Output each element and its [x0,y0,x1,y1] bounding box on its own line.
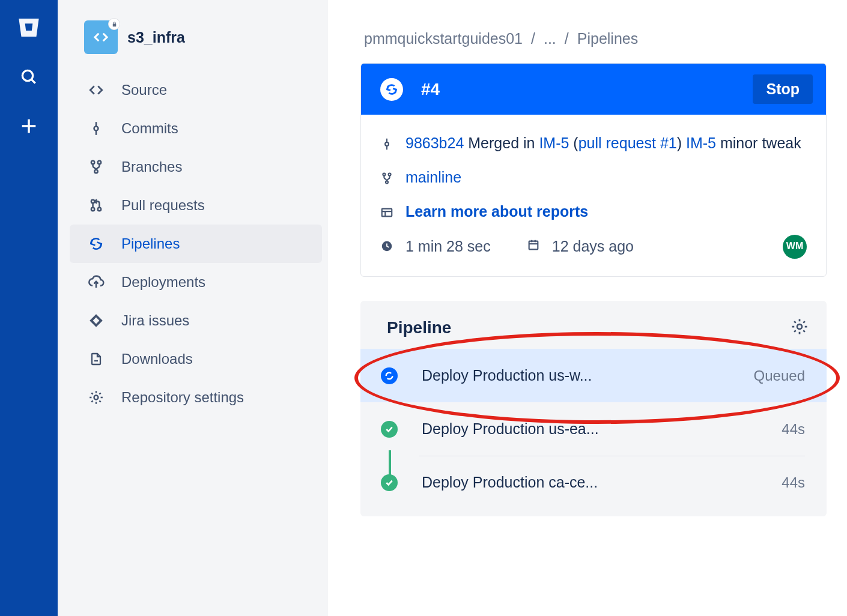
sidebar-item-commits[interactable]: Commits [70,109,322,148]
lock-icon [108,18,120,30]
age-text: 12 days ago [552,235,634,258]
pipeline-step[interactable]: Deploy Production ca-ce... 44s [360,456,827,509]
issue-link[interactable]: IM-5 [539,134,569,151]
branch-icon [380,168,396,192]
pipeline-step[interactable]: Deploy Production us-ea... 44s [360,402,827,456]
pipeline-step[interactable]: Deploy Production us-w... Queued [360,349,827,402]
step-meta: 44s [782,474,805,491]
svg-point-16 [94,396,99,400]
running-icon [380,78,403,101]
sidebar-item-jira[interactable]: Jira issues [70,301,322,340]
sidebar-item-label: Pipelines [121,235,180,252]
branch-icon [88,159,105,175]
step-label: Deploy Production ca-ce... [422,474,782,491]
step-meta: 44s [782,421,805,438]
sidebar-item-pull-requests[interactable]: Pull requests [70,186,322,225]
svg-rect-23 [382,208,392,216]
svg-point-31 [797,324,802,329]
repo-header[interactable]: s3_infra [70,20,322,71]
sidebar-item-label: Source [121,82,167,98]
sidebar-item-label: Commits [121,120,178,137]
svg-point-20 [383,173,385,175]
calendar-icon [527,235,542,258]
gear-icon[interactable] [791,318,809,338]
issue-link[interactable]: IM-5 [686,134,716,151]
code-icon [88,82,105,98]
step-meta: Queued [754,367,805,384]
svg-point-0 [22,70,32,80]
cloud-up-icon [88,274,105,291]
step-label: Deploy Production us-w... [422,367,754,384]
commit-icon [380,134,396,157]
svg-rect-27 [529,241,538,250]
sidebar-item-branches[interactable]: Branches [70,148,322,186]
branch-link[interactable]: mainline [405,166,461,189]
svg-point-22 [386,181,388,183]
svg-point-4 [94,127,99,131]
sidebar-item-label: Branches [121,159,182,175]
global-rail [0,0,58,616]
svg-point-8 [98,161,101,164]
repo-sidebar: s3_infra Source Commits Branches Pull re… [58,0,328,616]
running-icon [381,367,398,384]
duration-text: 1 min 28 sec [405,235,491,258]
gear-icon [88,389,105,406]
breadcrumb-sep: / [531,30,535,47]
steps-title: Pipeline [387,318,451,337]
repo-icon [84,20,118,54]
pipeline-number: #4 [421,80,440,99]
commit-text: ( [569,134,578,151]
svg-point-21 [389,173,391,175]
svg-point-11 [91,208,94,211]
clock-icon [380,236,396,259]
pipeline-summary-card: #4 Stop 9863b24 Merged in IM-5 (pull req… [360,63,827,277]
sidebar-item-label: Jira issues [121,312,189,329]
report-icon [380,202,396,226]
sidebar-item-label: Deployments [121,274,205,291]
svg-point-7 [91,161,94,164]
bitbucket-logo-icon[interactable] [14,13,43,42]
sidebar-item-source[interactable]: Source [70,71,322,109]
search-icon[interactable] [14,62,43,91]
check-icon [381,421,398,438]
sidebar-item-label: Downloads [121,351,193,367]
step-label: Deploy Production us-ea... [422,420,782,438]
meta-row: 1 min 28 sec 12 days ago WM [380,234,807,259]
commit-text: minor tweak [716,134,801,151]
sidebar-item-label: Pull requests [121,197,205,214]
pipeline-steps-card: Pipeline Deploy Production us-w... Queue… [360,301,827,516]
pipeline-header-bar: #4 Stop [361,64,826,115]
sidebar-item-deployments[interactable]: Deployments [70,263,322,301]
commit-text: ) [677,134,686,151]
commit-hash-link[interactable]: 9863b24 [405,134,464,151]
svg-point-17 [385,142,389,146]
jira-icon [88,312,105,329]
breadcrumb-sep: / [565,30,569,47]
commit-row: 9863b24 Merged in IM-5 (pull request #1)… [380,131,807,157]
breadcrumb-page[interactable]: Pipelines [577,30,638,47]
reports-link[interactable]: Learn more about reports [405,200,588,223]
svg-point-9 [94,170,97,173]
stop-button[interactable]: Stop [753,74,813,104]
breadcrumb-ellipsis[interactable]: ... [544,30,556,47]
sidebar-item-settings[interactable]: Repository settings [70,378,322,417]
avatar[interactable]: WM [783,235,807,259]
breadcrumb: pmmquickstartguides01 / ... / Pipelines [360,30,827,47]
check-icon [381,474,398,491]
sidebar-item-pipelines[interactable]: Pipelines [70,225,322,263]
commit-text: Merged in [468,134,539,151]
commit-icon [88,120,105,137]
svg-point-12 [98,208,101,211]
svg-line-1 [31,79,35,83]
main-content: pmmquickstartguides01 / ... / Pipelines … [328,0,847,616]
breadcrumb-workspace[interactable]: pmmquickstartguides01 [364,30,523,47]
pipelines-icon [88,235,105,252]
branch-row: mainline [380,166,807,192]
sidebar-item-label: Repository settings [121,389,244,406]
repo-name: s3_infra [127,29,185,46]
sidebar-item-downloads[interactable]: Downloads [70,340,322,378]
create-icon[interactable] [14,112,43,140]
pr-link[interactable]: pull request #1 [578,134,677,151]
file-icon [88,351,105,367]
reports-row: Learn more about reports [380,200,807,226]
